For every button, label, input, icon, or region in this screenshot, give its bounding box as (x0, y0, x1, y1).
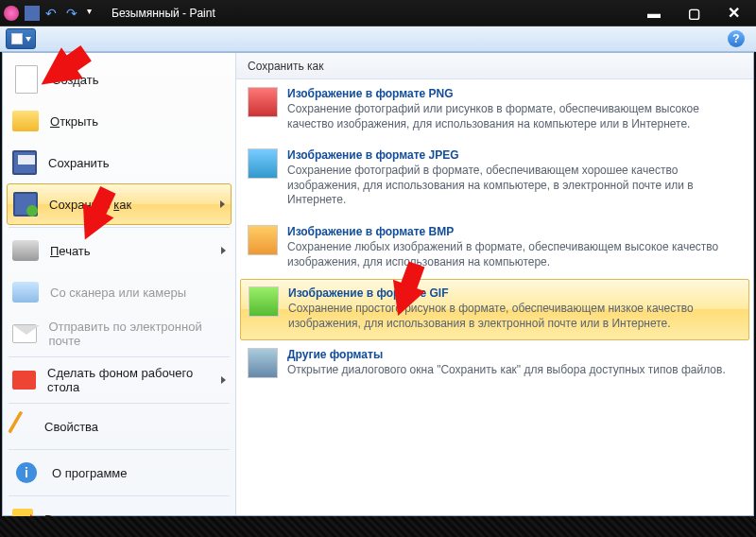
menu-item-properties[interactable]: Свойства (3, 406, 235, 447)
check-icon (8, 410, 38, 442)
format-title: Другие форматы (287, 348, 726, 361)
bmp-file-icon (248, 225, 278, 255)
menu-label: Сохранить (48, 156, 110, 170)
window-title: Безымянный - Paint (112, 7, 635, 20)
chevron-right-icon (221, 247, 226, 254)
file-menu-left: Создать Открыть Сохранить Сохранить как … (3, 53, 236, 515)
format-title: Изображение в формате BMP (287, 225, 742, 238)
format-title: Изображение в формате JPEG (287, 148, 742, 162)
format-desc: Открытие диалогового окна "Сохранить как… (287, 363, 726, 378)
menu-item-save-as[interactable]: Сохранить как (7, 183, 232, 225)
format-option-other[interactable]: Другие форматы Открытие диалогового окна… (236, 340, 753, 388)
scanner-icon (12, 282, 39, 303)
separator (9, 495, 230, 496)
menu-item-email: Отправить по электронной почте (3, 313, 235, 355)
format-desc: Сохранение простого рисунок в формате, о… (288, 302, 741, 331)
menu-label: Печать (50, 244, 91, 258)
menu-item-print[interactable]: Печать (3, 230, 235, 271)
menu-item-about[interactable]: i О программе (3, 452, 235, 494)
help-icon: ? (732, 32, 739, 45)
menu-item-scanner: Со сканера или камеры (3, 271, 235, 313)
paint-app-icon (4, 6, 19, 21)
format-desc: Сохранение фотографий или рисунков в фор… (287, 102, 742, 131)
title-bar: ↶ ↷ ▾ Безымянный - Paint ▬ ▢ ✕ (0, 0, 756, 26)
menu-item-save[interactable]: Сохранить (3, 142, 235, 183)
format-title: Изображение в формате PNG (287, 87, 742, 100)
menu-item-desktop-bg[interactable]: Сделать фоном рабочего стола (3, 359, 235, 401)
menu-label: Со сканера или камеры (50, 286, 186, 300)
help-button[interactable]: ? (728, 30, 745, 47)
separator (9, 403, 230, 404)
menu-label: Открыть (50, 114, 98, 129)
submenu-header: Сохранить как (236, 53, 753, 79)
png-file-icon (248, 87, 278, 117)
format-desc: Сохранение фотографий в формате, обеспеч… (287, 164, 742, 208)
chevron-right-icon (220, 200, 225, 208)
ribbon-strip: ? (0, 26, 756, 52)
format-option-jpeg[interactable]: Изображение в формате JPEG Сохранение фо… (236, 141, 753, 217)
minimize-button[interactable]: ▬ (635, 4, 673, 23)
format-option-bmp[interactable]: Изображение в формате BMP Сохранение люб… (236, 217, 753, 279)
separator (9, 227, 230, 228)
save-as-submenu: Сохранить как Изображение в формате PNG … (236, 53, 753, 515)
menu-label: Свойства (44, 420, 98, 434)
maximize-button[interactable]: ▢ (675, 4, 713, 23)
menu-label: Сделать фоном рабочего стола (47, 366, 210, 394)
save-as-icon (13, 192, 38, 217)
gif-file-icon (249, 286, 279, 317)
window-controls: ▬ ▢ ✕ (635, 4, 752, 23)
desktop-icon (12, 371, 36, 390)
caret-down-icon (26, 37, 31, 42)
menu-label: О программе (52, 466, 128, 480)
info-icon: i (12, 459, 41, 487)
file-menu-button[interactable] (6, 28, 36, 49)
qat-dropdown-icon[interactable]: ▾ (87, 6, 102, 21)
separator (9, 449, 230, 450)
format-title: Изображение в формате GIF (288, 286, 741, 300)
chevron-right-icon (221, 376, 226, 384)
quick-access-toolbar: ↶ ↷ ▾ (4, 6, 102, 21)
menu-label: Отправить по электронной почте (48, 320, 226, 348)
format-desc: Сохранение любых изображений в формате, … (287, 240, 742, 269)
folder-open-icon (12, 111, 39, 131)
other-formats-icon (248, 348, 278, 378)
mail-icon (12, 324, 37, 343)
save-icon[interactable] (25, 6, 40, 21)
file-menu-panel: Создать Открыть Сохранить Сохранить как … (2, 52, 754, 516)
menu-item-open[interactable]: Открыть (3, 100, 235, 142)
separator (9, 356, 230, 357)
format-option-png[interactable]: Изображение в формате PNG Сохранение фот… (236, 79, 753, 141)
close-button[interactable]: ✕ (714, 4, 752, 23)
background-texture (0, 516, 756, 537)
printer-icon (12, 240, 39, 261)
jpeg-file-icon (248, 148, 278, 179)
redo-icon[interactable]: ↷ (66, 6, 81, 21)
document-icon (11, 33, 23, 44)
format-option-gif[interactable]: Изображение в формате GIF Сохранение про… (240, 279, 749, 340)
save-icon (12, 150, 37, 175)
undo-icon[interactable]: ↶ (45, 6, 60, 21)
